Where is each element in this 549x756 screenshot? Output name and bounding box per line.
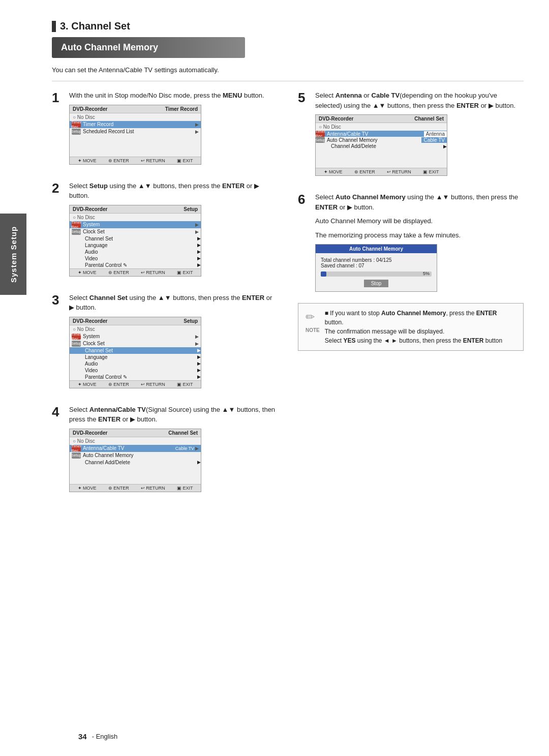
- footer-enter-5: ⊛ ENTER: [354, 169, 375, 174]
- screen-1-empty: [70, 135, 201, 157]
- note-icon-area: ✏ NOTE: [306, 309, 320, 334]
- step-3-number: 3: [52, 293, 63, 308]
- screen-4-header-right: Channel Set: [168, 430, 198, 436]
- screen-4-footer: ✦ MOVE ⊛ ENTER ↩ RETURN ▣ EXIT: [70, 484, 201, 492]
- screen-5-row-1: Timer Rec. Antenna/Cable TV Antenna: [316, 131, 447, 137]
- screen-3-no-disc: ○ No Disc: [70, 325, 201, 333]
- screen-4-header: DVD-Recorder Channel Set: [70, 429, 201, 437]
- screen-1-row-1: Timer Rec. Timer Record ▶: [70, 121, 201, 128]
- step-6-subtext2: The memorizing process may take a few mi…: [315, 230, 524, 240]
- screen-3-header: DVD-Recorder Setup: [70, 317, 201, 325]
- screen-5-empty: [316, 149, 447, 168]
- footer-page-number: 34: [78, 732, 87, 741]
- step-3-content: Select Channel Set using the ▲▼ buttons,…: [69, 293, 278, 394]
- screen-2-row-4: Language ▶: [70, 242, 201, 249]
- screen-5-header-right: Channel Set: [414, 116, 444, 122]
- screen-2-row-6: Video ▶: [70, 255, 201, 262]
- screen-4-row-2: Setup Auto Channel Memory: [70, 452, 201, 459]
- step-5-number: 5: [298, 90, 309, 105]
- timer-icon-5: Timer Rec.: [316, 131, 325, 137]
- note-line2: The confirmation message will be display…: [325, 327, 516, 336]
- progress-title: Auto Channel Memory: [349, 246, 403, 252]
- screen-3-row-2-label: Clock Set: [83, 341, 195, 346]
- screen-3-header-left: DVD-Recorder: [73, 318, 107, 324]
- screen-3-row-5: Audio ▶: [70, 360, 201, 367]
- screen-4-row-1: Timer Rec. Antenna/Cable TV Cable TV ▶: [70, 445, 201, 452]
- screen-1-header-left: DVD-Recorder: [73, 106, 107, 112]
- footer-enter-3: ⊛ ENTER: [108, 382, 129, 387]
- step-6-number: 6: [298, 192, 309, 207]
- step-4: 4 Select Antenna/Cable TV(Signal Source)…: [52, 405, 278, 497]
- screen-1-row-2-label: Scheduled Record List: [83, 129, 195, 134]
- step-5-text: Select Antenna or Cable TV(depending on …: [315, 90, 524, 110]
- step-4-number: 4: [52, 405, 63, 419]
- timer-icon-3: Timer Rec.: [72, 334, 81, 340]
- step-2: 2 Select Setup using the ▲▼ buttons, the…: [52, 181, 278, 282]
- stop-button[interactable]: Stop: [364, 280, 389, 287]
- footer-language: - English: [92, 733, 118, 740]
- screen-3-row-1-arrow: ▶: [195, 334, 199, 339]
- screen-progress-body: Total channel numbers : 04/125 Saved cha…: [316, 253, 437, 291]
- side-tab: System Setup: [0, 214, 26, 295]
- screen-3: DVD-Recorder Setup ○ No Disc Timer Rec. …: [69, 317, 201, 388]
- step-2-number: 2: [52, 181, 63, 196]
- two-column-layout: 1 With the unit in Stop mode/No Disc mod…: [52, 90, 524, 508]
- screen-3-row-2: Setup Clock Set ▶: [70, 340, 201, 347]
- banner-title: Auto Channel Memory: [61, 42, 158, 52]
- screen-3-row-1: Timer Rec. System ▶: [70, 333, 201, 340]
- step-1-number: 1: [52, 90, 63, 105]
- screen-2-header-right: Setup: [184, 206, 198, 212]
- screen-4-row-1-value: Cable TV: [175, 446, 194, 451]
- footer-exit: ▣ EXIT: [177, 158, 193, 163]
- setup-icon: Setup: [72, 129, 81, 135]
- screen-3-row-4: Language ▶: [70, 354, 201, 360]
- step-4-content: Select Antenna/Cable TV(Signal Source) u…: [69, 405, 278, 497]
- section-heading-text: 3. Channel Set: [60, 20, 130, 32]
- note-line1: ■ If you want to stop Auto Channel Memor…: [325, 309, 516, 327]
- screen-2-row-1-label: System: [83, 222, 195, 227]
- screen-3-row-1-label: System: [83, 334, 195, 339]
- heading-bar: [52, 21, 56, 32]
- screen-2-row-1: Timer Rec. System ▶: [70, 221, 201, 228]
- screen-1-no-disc: ○ No Disc: [70, 113, 201, 121]
- screen-3-row-2-arrow: ▶: [195, 341, 199, 346]
- screen-2-row-5: Audio ▶: [70, 249, 201, 255]
- footer-exit-5: ▣ EXIT: [423, 169, 439, 174]
- screen-2-row-7: Parental Control ✎ ▶: [70, 262, 201, 268]
- screen-4-empty: [70, 466, 201, 484]
- screen-5-row-2: Setup Auto Channel Memory Cable TV: [316, 137, 447, 143]
- footer-move-2: ✦ MOVE: [78, 270, 97, 275]
- footer-enter-2: ⊛ ENTER: [108, 270, 129, 275]
- page-footer: 34 - English: [53, 732, 549, 741]
- footer-enter-4: ⊛ ENTER: [108, 486, 129, 491]
- note-text: ■ If you want to stop Auto Channel Memor…: [325, 309, 516, 345]
- screen-1-footer: ✦ MOVE ⊛ ENTER ↩ RETURN ▣ EXIT: [70, 157, 201, 164]
- footer-exit-2: ▣ EXIT: [177, 270, 193, 275]
- screen-5-row-2-label: Auto Channel Memory: [327, 137, 421, 143]
- screen-3-row-7: Parental Control ✎ ▶: [70, 374, 201, 380]
- setup-icon-5: Setup: [316, 137, 325, 143]
- screen-2-row-2: Setup Clock Set ▶: [70, 228, 201, 235]
- left-column: 1 With the unit in Stop mode/No Disc mod…: [52, 90, 278, 508]
- screen-1-header: DVD-Recorder Timer Record: [70, 105, 201, 113]
- screen-5-header: DVD-Recorder Channel Set: [316, 115, 447, 123]
- setup-icon-3: Setup: [72, 341, 81, 347]
- screen-2-row-2-label: Clock Set: [83, 229, 195, 234]
- setup-icon-4: Setup: [72, 452, 81, 459]
- screen-progress: Auto Channel Memory Total channel number…: [315, 244, 437, 292]
- timer-icon: Timer Rec.: [72, 122, 81, 128]
- step-1-text: With the unit in Stop mode/No Disc mode,…: [69, 90, 278, 101]
- step-5-content: Select Antenna or Cable TV(depending on …: [315, 90, 524, 181]
- screen-2-header: DVD-Recorder Setup: [70, 205, 201, 214]
- step-6-text: Select Auto Channel Memory using the ▲▼ …: [315, 192, 524, 212]
- side-tab-label: System Setup: [9, 226, 18, 282]
- page: System Setup 3. Channel Set Auto Channel…: [0, 0, 549, 756]
- footer-return-5: ↩ RETURN: [387, 169, 411, 174]
- note-label: NOTE: [306, 326, 320, 334]
- screen-3-footer: ✦ MOVE ⊛ ENTER ↩ RETURN ▣ EXIT: [70, 380, 201, 388]
- progress-line1: Total channel numbers : 04/125: [321, 257, 432, 263]
- screen-3-row-6: Video ▶: [70, 367, 201, 374]
- timer-icon-4: Timer Rec.: [72, 445, 81, 451]
- setup-icon-2: Setup: [72, 229, 81, 235]
- footer-move: ✦ MOVE: [78, 158, 97, 163]
